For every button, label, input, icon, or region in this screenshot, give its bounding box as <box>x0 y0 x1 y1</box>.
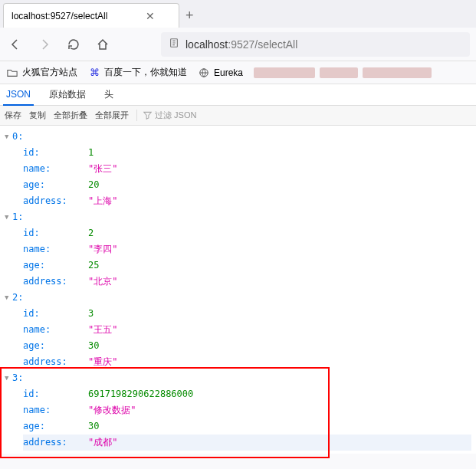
tab-json[interactable]: JSON <box>3 84 34 106</box>
json-value: "重庆" <box>88 354 117 370</box>
array-index: 1: <box>12 209 23 225</box>
globe-icon <box>198 67 210 79</box>
toggle-icon[interactable]: ▼ <box>5 129 12 145</box>
json-key: id: <box>23 145 88 161</box>
tab-headers[interactable]: 头 <box>101 84 117 106</box>
tab-bar: localhost:9527/selectAll ✕ + <box>0 0 476 28</box>
forward-button[interactable] <box>35 35 54 54</box>
json-key: name: <box>23 402 88 418</box>
array-index: 2: <box>12 290 23 306</box>
json-value: 25 <box>88 257 99 274</box>
tree-node: ▼ 1:id:2name:"李四"age:25address:"北京" <box>5 209 471 290</box>
url-bar[interactable]: localhost:9527/selectAll <box>161 32 470 57</box>
new-tab-button[interactable]: + <box>185 8 194 24</box>
url-text: localhost:9527/selectAll <box>185 38 297 51</box>
json-value: "北京" <box>88 274 117 290</box>
browser-tab[interactable]: localhost:9527/selectAll ✕ <box>3 3 179 28</box>
json-key: age: <box>23 418 88 435</box>
bookmarks-bar: 火狐官方站点 ⌘ 百度一下，你就知道 Eureka <box>0 61 476 84</box>
json-key: id: <box>23 225 88 241</box>
close-icon[interactable]: ✕ <box>146 10 155 22</box>
json-key: age: <box>23 177 88 193</box>
expand-all-button[interactable]: 全部展开 <box>95 110 129 121</box>
json-key: name: <box>23 241 88 257</box>
tree-node: ▼ 3:id:6917198290622886000name:"修改数据"age… <box>5 370 471 451</box>
json-tree: ▼ 0:id:1name:"张三"age:20address:"上海"▼ 1:i… <box>0 126 476 454</box>
home-button[interactable] <box>94 35 112 54</box>
bookmark-label: 火狐官方站点 <box>22 66 77 79</box>
json-value: 3 <box>88 306 94 322</box>
json-value: "张三" <box>88 161 117 177</box>
toggle-icon[interactable]: ▼ <box>5 370 12 386</box>
tab-title: localhost:9527/selectAll <box>11 11 107 21</box>
json-value: 1 <box>88 145 94 161</box>
filter-input[interactable]: 过滤 JSON <box>136 110 196 121</box>
json-value: 20 <box>88 177 99 193</box>
json-key: name: <box>23 322 88 338</box>
lock-icon <box>169 38 179 51</box>
toggle-icon[interactable]: ▼ <box>5 209 12 225</box>
bookmark-eureka[interactable]: Eureka <box>198 67 243 79</box>
json-key: address: <box>23 435 88 451</box>
paw-icon: ⌘ <box>88 67 100 79</box>
json-value: "王五" <box>88 322 117 338</box>
json-value: 30 <box>88 338 99 354</box>
json-value: "上海" <box>88 193 117 209</box>
tree-node: ▼ 0:id:1name:"张三"age:20address:"上海" <box>5 129 471 209</box>
json-value: 2 <box>88 225 94 241</box>
viewer-tabs: JSON 原始数据 头 <box>0 84 476 106</box>
copy-button[interactable]: 复制 <box>29 110 46 121</box>
json-key: address: <box>23 354 88 370</box>
json-value: 30 <box>88 418 99 435</box>
toggle-icon[interactable]: ▼ <box>5 290 12 306</box>
back-button[interactable] <box>6 35 25 54</box>
nav-bar: localhost:9527/selectAll <box>0 28 476 61</box>
json-key: name: <box>23 161 88 177</box>
json-toolbar: 保存 复制 全部折叠 全部展开 过滤 JSON <box>0 106 476 126</box>
json-value: 6917198290622886000 <box>88 386 193 402</box>
json-value: "修改数据" <box>88 402 136 418</box>
tab-raw[interactable]: 原始数据 <box>46 84 89 106</box>
bookmark-firefox[interactable]: 火狐官方站点 <box>6 66 77 79</box>
tree-node: ▼ 2:id:3name:"王五"age:30address:"重庆" <box>5 290 471 370</box>
json-value: "李四" <box>88 241 117 257</box>
array-index: 0: <box>12 129 23 145</box>
json-key: age: <box>23 257 88 274</box>
collapse-all-button[interactable]: 全部折叠 <box>54 110 87 121</box>
bookmark-label: 百度一下，你就知道 <box>104 66 187 79</box>
bookmark-baidu[interactable]: ⌘ 百度一下，你就知道 <box>88 66 187 79</box>
funnel-icon <box>143 111 152 120</box>
reload-button[interactable] <box>64 35 83 54</box>
array-index: 3: <box>12 370 23 386</box>
save-button[interactable]: 保存 <box>5 110 21 121</box>
json-key: address: <box>23 193 88 209</box>
folder-icon <box>6 67 18 79</box>
json-key: address: <box>23 274 88 290</box>
bookmark-label: Eureka <box>214 67 243 78</box>
json-key: id: <box>23 306 88 322</box>
json-key: id: <box>23 386 88 402</box>
bookmark-placeholder <box>254 67 470 78</box>
json-key: age: <box>23 338 88 354</box>
json-value: "成都" <box>88 435 117 451</box>
